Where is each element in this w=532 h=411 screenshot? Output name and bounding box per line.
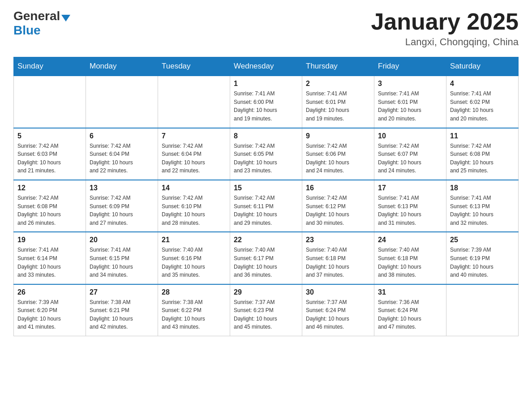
calendar-cell: 30Sunrise: 7:37 AM Sunset: 6:24 PM Dayli… xyxy=(302,284,374,336)
day-info: Sunrise: 7:42 AM Sunset: 6:04 PM Dayligh… xyxy=(90,143,133,174)
day-info: Sunrise: 7:38 AM Sunset: 6:21 PM Dayligh… xyxy=(90,299,133,330)
day-info: Sunrise: 7:42 AM Sunset: 6:09 PM Dayligh… xyxy=(90,195,133,226)
calendar-cell: 25Sunrise: 7:39 AM Sunset: 6:19 PM Dayli… xyxy=(446,232,519,284)
day-header-saturday: Saturday xyxy=(446,57,519,76)
calendar-cell: 18Sunrise: 7:41 AM Sunset: 6:13 PM Dayli… xyxy=(446,180,519,232)
day-info: Sunrise: 7:41 AM Sunset: 6:01 PM Dayligh… xyxy=(306,90,349,122)
day-info: Sunrise: 7:36 AM Sunset: 6:24 PM Dayligh… xyxy=(378,299,421,330)
header-row: SundayMondayTuesdayWednesdayThursdayFrid… xyxy=(14,57,519,76)
week-row-5: 26Sunrise: 7:39 AM Sunset: 6:20 PM Dayli… xyxy=(14,284,519,336)
calendar-cell: 4Sunrise: 7:41 AM Sunset: 6:02 PM Daylig… xyxy=(446,76,519,128)
day-number: 11 xyxy=(450,132,515,140)
day-info: Sunrise: 7:39 AM Sunset: 6:20 PM Dayligh… xyxy=(17,299,61,330)
calendar-cell: 26Sunrise: 7:39 AM Sunset: 6:20 PM Dayli… xyxy=(14,284,86,336)
calendar-cell: 28Sunrise: 7:38 AM Sunset: 6:22 PM Dayli… xyxy=(158,284,230,336)
day-number: 9 xyxy=(306,132,370,140)
day-info: Sunrise: 7:40 AM Sunset: 6:16 PM Dayligh… xyxy=(162,247,205,278)
day-info: Sunrise: 7:40 AM Sunset: 6:17 PM Dayligh… xyxy=(234,247,277,278)
day-number: 8 xyxy=(234,132,298,140)
day-info: Sunrise: 7:42 AM Sunset: 6:08 PM Dayligh… xyxy=(450,143,493,174)
calendar-cell: 22Sunrise: 7:40 AM Sunset: 6:17 PM Dayli… xyxy=(230,232,302,284)
title-block: January 2025 Langxi, Chongqing, China xyxy=(371,9,519,48)
calendar-cell: 14Sunrise: 7:42 AM Sunset: 6:10 PM Dayli… xyxy=(158,180,230,232)
day-number: 17 xyxy=(378,184,442,192)
day-number: 31 xyxy=(378,288,442,296)
calendar-cell: 6Sunrise: 7:42 AM Sunset: 6:04 PM Daylig… xyxy=(86,128,158,180)
day-info: Sunrise: 7:42 AM Sunset: 6:07 PM Dayligh… xyxy=(378,143,421,174)
calendar-cell: 24Sunrise: 7:40 AM Sunset: 6:18 PM Dayli… xyxy=(374,232,446,284)
day-info: Sunrise: 7:41 AM Sunset: 6:13 PM Dayligh… xyxy=(450,195,493,226)
day-info: Sunrise: 7:40 AM Sunset: 6:18 PM Dayligh… xyxy=(378,247,421,278)
day-number: 30 xyxy=(306,288,370,296)
week-row-4: 19Sunrise: 7:41 AM Sunset: 6:14 PM Dayli… xyxy=(14,232,519,284)
day-number: 24 xyxy=(378,236,442,244)
day-info: Sunrise: 7:38 AM Sunset: 6:22 PM Dayligh… xyxy=(162,299,205,330)
logo-arrow-icon xyxy=(61,15,70,21)
day-info: Sunrise: 7:42 AM Sunset: 6:06 PM Dayligh… xyxy=(306,143,349,174)
day-info: Sunrise: 7:42 AM Sunset: 6:10 PM Dayligh… xyxy=(162,195,205,226)
calendar-cell: 27Sunrise: 7:38 AM Sunset: 6:21 PM Dayli… xyxy=(86,284,158,336)
day-number: 20 xyxy=(90,236,154,244)
day-info: Sunrise: 7:42 AM Sunset: 6:03 PM Dayligh… xyxy=(17,143,61,174)
calendar-cell: 3Sunrise: 7:41 AM Sunset: 6:01 PM Daylig… xyxy=(374,76,446,128)
week-row-1: 1Sunrise: 7:41 AM Sunset: 6:00 PM Daylig… xyxy=(14,76,519,128)
day-header-monday: Monday xyxy=(86,57,158,76)
day-info: Sunrise: 7:37 AM Sunset: 6:24 PM Dayligh… xyxy=(306,299,349,330)
calendar-cell xyxy=(14,76,86,128)
day-info: Sunrise: 7:39 AM Sunset: 6:19 PM Dayligh… xyxy=(450,247,493,278)
day-number: 29 xyxy=(234,288,298,296)
calendar-cell: 16Sunrise: 7:42 AM Sunset: 6:12 PM Dayli… xyxy=(302,180,374,232)
day-info: Sunrise: 7:41 AM Sunset: 6:02 PM Dayligh… xyxy=(450,90,493,122)
day-number: 7 xyxy=(162,132,226,140)
day-info: Sunrise: 7:42 AM Sunset: 6:12 PM Dayligh… xyxy=(306,195,349,226)
day-info: Sunrise: 7:41 AM Sunset: 6:01 PM Dayligh… xyxy=(378,90,421,122)
day-number: 15 xyxy=(234,184,298,192)
logo: General Blue xyxy=(13,9,70,38)
calendar-table: SundayMondayTuesdayWednesdayThursdayFrid… xyxy=(13,57,519,336)
day-number: 4 xyxy=(450,80,515,88)
day-info: Sunrise: 7:42 AM Sunset: 6:11 PM Dayligh… xyxy=(234,195,277,226)
day-number: 5 xyxy=(17,132,82,140)
day-number: 10 xyxy=(378,132,442,140)
calendar-cell: 1Sunrise: 7:41 AM Sunset: 6:00 PM Daylig… xyxy=(230,76,302,128)
calendar-cell: 21Sunrise: 7:40 AM Sunset: 6:16 PM Dayli… xyxy=(158,232,230,284)
calendar-cell: 8Sunrise: 7:42 AM Sunset: 6:05 PM Daylig… xyxy=(230,128,302,180)
page-header: General Blue January 2025 Langxi, Chongq… xyxy=(13,9,519,48)
day-info: Sunrise: 7:41 AM Sunset: 6:15 PM Dayligh… xyxy=(90,247,133,278)
day-number: 28 xyxy=(162,288,226,296)
day-header-tuesday: Tuesday xyxy=(158,57,230,76)
day-number: 27 xyxy=(90,288,154,296)
day-info: Sunrise: 7:42 AM Sunset: 6:08 PM Dayligh… xyxy=(17,195,61,226)
day-header-friday: Friday xyxy=(374,57,446,76)
logo-general: General xyxy=(13,9,60,23)
day-number: 13 xyxy=(90,184,154,192)
day-info: Sunrise: 7:41 AM Sunset: 6:00 PM Dayligh… xyxy=(234,90,277,122)
day-info: Sunrise: 7:42 AM Sunset: 6:04 PM Dayligh… xyxy=(162,143,205,174)
calendar-cell: 20Sunrise: 7:41 AM Sunset: 6:15 PM Dayli… xyxy=(86,232,158,284)
day-header-thursday: Thursday xyxy=(302,57,374,76)
day-number: 19 xyxy=(17,236,82,244)
day-header-sunday: Sunday xyxy=(14,57,86,76)
day-number: 1 xyxy=(234,80,298,88)
calendar-cell: 19Sunrise: 7:41 AM Sunset: 6:14 PM Dayli… xyxy=(14,232,86,284)
calendar-cell: 11Sunrise: 7:42 AM Sunset: 6:08 PM Dayli… xyxy=(446,128,519,180)
day-number: 26 xyxy=(17,288,82,296)
day-info: Sunrise: 7:41 AM Sunset: 6:14 PM Dayligh… xyxy=(17,247,61,278)
day-number: 21 xyxy=(162,236,226,244)
day-info: Sunrise: 7:40 AM Sunset: 6:18 PM Dayligh… xyxy=(306,247,349,278)
calendar-subtitle: Langxi, Chongqing, China xyxy=(371,36,519,48)
week-row-2: 5Sunrise: 7:42 AM Sunset: 6:03 PM Daylig… xyxy=(14,128,519,180)
calendar-cell xyxy=(86,76,158,128)
calendar-cell: 5Sunrise: 7:42 AM Sunset: 6:03 PM Daylig… xyxy=(14,128,86,180)
day-info: Sunrise: 7:42 AM Sunset: 6:05 PM Dayligh… xyxy=(234,143,277,174)
calendar-cell: 17Sunrise: 7:41 AM Sunset: 6:13 PM Dayli… xyxy=(374,180,446,232)
week-row-3: 12Sunrise: 7:42 AM Sunset: 6:08 PM Dayli… xyxy=(14,180,519,232)
calendar-cell: 15Sunrise: 7:42 AM Sunset: 6:11 PM Dayli… xyxy=(230,180,302,232)
day-number: 16 xyxy=(306,184,370,192)
calendar-cell: 29Sunrise: 7:37 AM Sunset: 6:23 PM Dayli… xyxy=(230,284,302,336)
day-number: 22 xyxy=(234,236,298,244)
day-info: Sunrise: 7:37 AM Sunset: 6:23 PM Dayligh… xyxy=(234,299,277,330)
calendar-cell: 9Sunrise: 7:42 AM Sunset: 6:06 PM Daylig… xyxy=(302,128,374,180)
day-number: 18 xyxy=(450,184,515,192)
day-number: 2 xyxy=(306,80,370,88)
